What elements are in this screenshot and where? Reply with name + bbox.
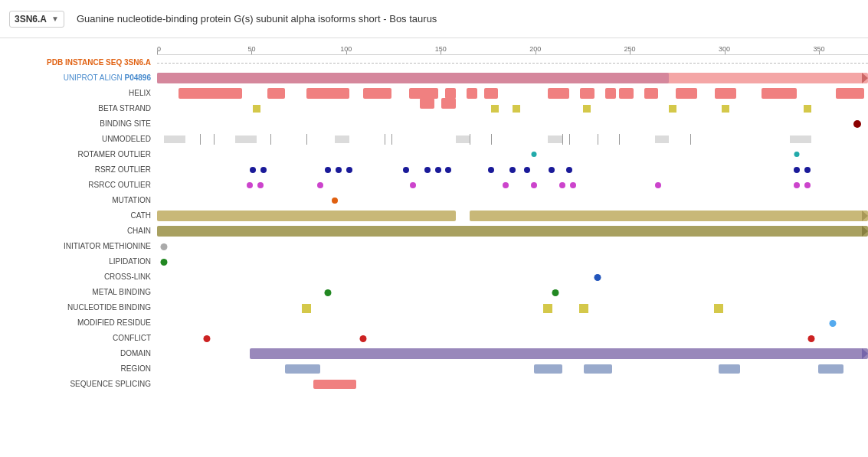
label-lipidation: LIPIDATION	[0, 254, 157, 269]
rsrcc-6	[531, 182, 537, 188]
unmod-tick-8	[491, 134, 492, 145]
rsrz-14	[566, 167, 572, 173]
label-binding-site: BINDING SITE	[0, 116, 157, 132]
helix-bar-13	[605, 88, 616, 99]
track-cross-link	[157, 269, 868, 285]
helix-bar-3	[306, 88, 349, 99]
row-mutation: MUTATION	[0, 193, 868, 208]
axis-row: 0 50 100 150 200 250 300 350	[0, 38, 868, 55]
rsrz-15	[794, 167, 800, 173]
nucl-sq-2	[543, 304, 552, 313]
rsrcc-7	[559, 182, 565, 188]
unmod-tick-12	[619, 134, 620, 145]
nucl-sq-3	[579, 304, 588, 313]
label-rsrcc: RSRCC OUTLIER	[0, 178, 157, 193]
rsrz-3	[325, 167, 331, 173]
cath-arrow	[862, 211, 868, 221]
label-init-met: INITIATOR METHIONINE	[0, 239, 157, 254]
track-sequence-splicing	[157, 377, 868, 392]
unmod-tick-7	[470, 134, 470, 145]
row-uniprot: UNIPROT ALIGN P04896	[0, 70, 868, 86]
unmod-tick-11	[598, 134, 598, 145]
unmod-5	[548, 135, 562, 143]
unmod-tick-9	[562, 134, 563, 145]
rsrz-1	[250, 167, 256, 173]
uniprot-bar-2	[157, 73, 868, 83]
rsrz-11	[509, 167, 516, 173]
track-init-met	[157, 239, 868, 254]
unmod-tick-2	[214, 134, 215, 145]
row-rotamer: ROTAMER OUTLIER	[0, 147, 868, 162]
unmod-7	[790, 135, 811, 143]
protein-selector[interactable]: 3SN6.A ▼	[9, 11, 64, 28]
track-lipidation	[157, 254, 868, 269]
rsrcc-5	[503, 182, 509, 188]
row-domain: DOMAIN	[0, 346, 868, 361]
lipidation-dot	[161, 259, 168, 266]
unmod-1	[164, 135, 185, 143]
beta-sq-3	[513, 105, 520, 113]
label-rotamer: ROTAMER OUTLIER	[0, 147, 157, 162]
rsrcc-8	[570, 182, 576, 188]
row-helix: HELIX	[0, 86, 868, 101]
beta-sq-5	[669, 105, 676, 113]
conflict-dot-1	[203, 335, 210, 342]
row-nucleotide: NUCLEOTIDE BINDING	[0, 300, 868, 315]
helix-bar-2	[267, 88, 285, 99]
chain-arrow	[862, 226, 868, 237]
track-region	[157, 361, 868, 377]
unmod-3	[335, 135, 349, 143]
binding-dot-1	[853, 120, 861, 128]
track-conflict	[157, 331, 868, 346]
rsrz-12	[524, 167, 530, 173]
label-mutation: MUTATION	[0, 193, 157, 208]
helix-bar-7	[467, 88, 477, 99]
header: 3SN6.A ▼ Guanine nucleotide-binding prot…	[0, 0, 868, 38]
label-rsrz: RSRZ OUTLIER	[0, 162, 157, 178]
track-pdb-seq	[157, 55, 868, 70]
rsrz-9	[445, 167, 451, 173]
row-sequence-splicing: SEQUENCE SPLICING	[0, 377, 868, 392]
row-rsrz: RSRZ OUTLIER	[0, 162, 868, 178]
label-cross-link: CROSS-LINK	[0, 269, 157, 285]
track-unmodeled	[157, 132, 868, 147]
conflict-dot-3	[807, 335, 814, 342]
track-rsrcc	[157, 178, 868, 193]
track-modified-residue	[157, 315, 868, 331]
row-unmodeled: UNMODELED	[0, 132, 868, 147]
row-chain: CHAIN	[0, 224, 868, 239]
cath-bar-1	[157, 211, 456, 221]
label-pdb-seq: PDB INSTANCE SEQ 3SN6.A	[0, 55, 157, 70]
row-cross-link: CROSS-LINK	[0, 269, 868, 285]
label-region: REGION	[0, 361, 157, 377]
label-chain: CHAIN	[0, 224, 157, 239]
uniprot-arrow	[862, 73, 868, 83]
helix-bar-16	[676, 88, 697, 99]
row-pdb-seq: PDB INSTANCE SEQ 3SN6.A	[0, 55, 868, 70]
app-container: 3SN6.A ▼ Guanine nucleotide-binding prot…	[0, 0, 868, 457]
main-content: 0 50 100 150 200 250 300 350	[0, 38, 868, 457]
track-rsrz	[157, 162, 868, 178]
track-metal-binding	[157, 285, 868, 300]
unmod-tick-3	[270, 134, 271, 145]
rsrcc-4	[410, 182, 416, 188]
protein-selector-label: 3SN6.A	[15, 14, 47, 24]
label-uniprot: UNIPROT ALIGN P04896	[0, 70, 157, 86]
beta-sq-7	[804, 105, 811, 113]
track-helix	[157, 86, 868, 101]
helix-bar-18	[762, 88, 797, 99]
label-modified-residue: MODIFIED RESIDUE	[0, 315, 157, 331]
label-cath: CATH	[0, 208, 157, 224]
label-conflict: CONFLICT	[0, 331, 157, 346]
label-helix: HELIX	[0, 86, 157, 101]
label-unmodeled: UNMODELED	[0, 132, 157, 147]
beta-sq-6	[722, 105, 729, 113]
track-beta-strand	[157, 101, 868, 116]
track-mutation	[157, 193, 868, 208]
rsrcc-2	[257, 182, 264, 188]
region-bar-1	[285, 364, 320, 374]
beta-sq-4	[583, 105, 591, 113]
row-rsrcc: RSRCC OUTLIER	[0, 178, 868, 193]
row-region: REGION	[0, 361, 868, 377]
helix-bar-15	[644, 88, 659, 99]
